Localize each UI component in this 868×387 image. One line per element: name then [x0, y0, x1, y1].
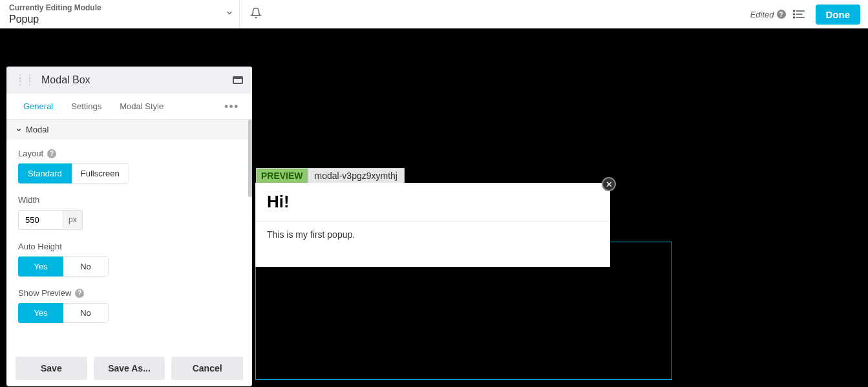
- tab-settings[interactable]: Settings: [62, 94, 111, 119]
- layout-standard-button[interactable]: Standard: [18, 163, 72, 183]
- panel-scroll[interactable]: Modal Layout ? Standard Fullscreen Width: [6, 120, 252, 350]
- edited-indicator: Edited ?: [750, 10, 786, 19]
- help-icon[interactable]: ?: [47, 149, 56, 158]
- show-preview-no-button[interactable]: No: [63, 303, 109, 323]
- preview-tag: PREVIEW: [256, 168, 308, 183]
- section-modal[interactable]: Modal: [6, 120, 252, 140]
- window-icon[interactable]: [233, 76, 243, 84]
- layout-label: Layout: [18, 149, 43, 158]
- width-input[interactable]: [18, 210, 63, 230]
- properties-panel: ⋮⋮⋮⋮ Modal Box General Settings Modal St…: [6, 67, 252, 386]
- more-icon[interactable]: •••: [219, 101, 244, 112]
- close-icon[interactable]: ✕: [602, 177, 616, 191]
- panel-footer: Save Save As... Cancel: [6, 350, 252, 386]
- done-button[interactable]: Done: [816, 5, 861, 25]
- layout-fullscreen-button[interactable]: Fullscreen: [72, 163, 129, 183]
- popup-preview[interactable]: ✕ Hi! This is my first popup.: [255, 183, 610, 267]
- width-unit[interactable]: px: [63, 210, 83, 230]
- chevron-down-icon: [220, 7, 239, 21]
- show-preview-yes-button[interactable]: Yes: [18, 303, 63, 323]
- divider: [239, 0, 240, 28]
- svg-point-4: [793, 17, 794, 18]
- svg-point-0: [793, 10, 794, 12]
- panel-tabs: General Settings Modal Style •••: [6, 94, 252, 120]
- notification-bell-icon[interactable]: [244, 3, 268, 26]
- width-label: Width: [18, 195, 39, 205]
- canvas: PREVIEW modal-v3pgz9xymthj ✕ Hi! This is…: [0, 28, 868, 387]
- auto-height-no-button[interactable]: No: [63, 256, 109, 277]
- show-preview-label: Show Preview: [18, 288, 71, 298]
- module-name: Popup: [9, 13, 220, 25]
- help-icon[interactable]: ?: [777, 10, 786, 19]
- layers-icon[interactable]: [786, 9, 812, 19]
- field-auto-height: Auto Height Yes No: [18, 242, 240, 277]
- module-label: Currently Editing Module: [9, 3, 220, 12]
- field-width: Width px: [18, 195, 240, 230]
- module-selector[interactable]: Currently Editing Module Popup: [9, 3, 239, 25]
- popup-header: Hi!: [255, 183, 610, 222]
- popup-heading: Hi!: [267, 192, 598, 212]
- preview-label-row: PREVIEW modal-v3pgz9xymthj: [256, 168, 405, 183]
- cancel-button[interactable]: Cancel: [171, 357, 243, 380]
- top-bar: Currently Editing Module Popup Edited ? …: [0, 0, 868, 28]
- scrollbar-thumb[interactable]: [248, 120, 252, 197]
- popup-body: This is my first popup.: [255, 222, 610, 267]
- tab-general[interactable]: General: [14, 94, 62, 119]
- auto-height-yes-button[interactable]: Yes: [18, 256, 63, 277]
- save-as-button[interactable]: Save As...: [94, 357, 165, 380]
- tab-modal-style[interactable]: Modal Style: [111, 94, 173, 119]
- panel-title: Modal Box: [41, 74, 233, 86]
- chevron-down-icon: [16, 127, 22, 133]
- drag-grip-icon[interactable]: ⋮⋮⋮⋮: [16, 76, 35, 83]
- panel-titlebar[interactable]: ⋮⋮⋮⋮ Modal Box: [6, 67, 252, 94]
- section-label: Modal: [26, 125, 48, 134]
- field-layout: Layout ? Standard Fullscreen: [18, 149, 240, 183]
- edited-text: Edited: [750, 10, 774, 19]
- help-icon[interactable]: ?: [75, 289, 84, 298]
- svg-point-2: [793, 14, 794, 15]
- field-show-preview: Show Preview ? Yes No: [18, 288, 240, 323]
- auto-height-label: Auto Height: [18, 242, 62, 251]
- modal-id-label: modal-v3pgz9xymthj: [308, 168, 405, 183]
- save-button[interactable]: Save: [16, 357, 87, 380]
